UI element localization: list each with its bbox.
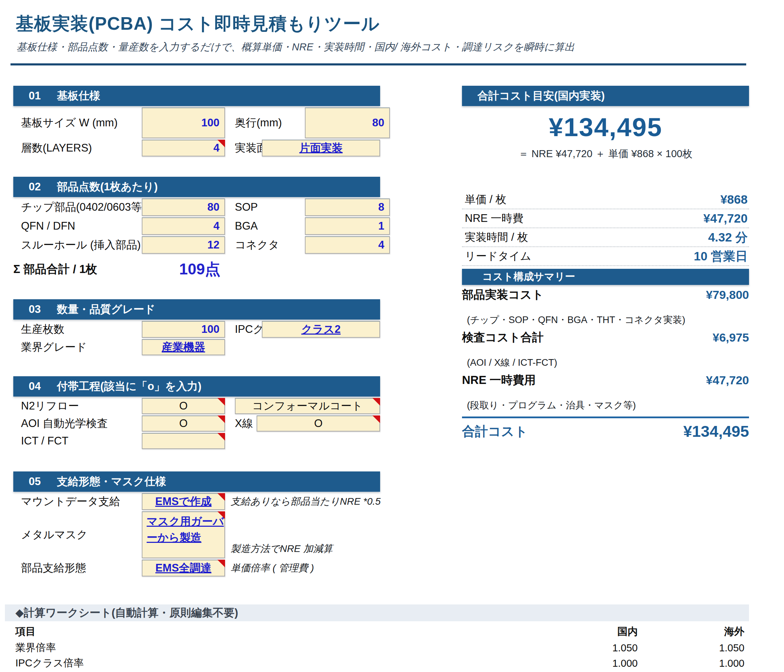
- cost-summary-header: コスト構成サマリー: [462, 269, 749, 285]
- qty-ipc-row: 生産枚数 100 IPCクラス クラス2: [13, 321, 380, 338]
- sop-count-input[interactable]: 8: [305, 198, 390, 216]
- lead-time-row: リードタイム 10 営業日: [462, 247, 749, 266]
- conformal-coat-input[interactable]: コンフォーマルコート: [235, 398, 380, 414]
- section-03-title: 数量・品質グレード: [57, 302, 155, 317]
- worksheet-col-domestic: 国内: [535, 625, 641, 639]
- comment-indicator: [217, 433, 225, 441]
- qfn-bga-row: QFN / DFN 4 BGA 1: [13, 217, 380, 235]
- parts-total-label: Σ 部品合計 / 1枚: [13, 261, 142, 277]
- inspection-cost-label: 検査コスト合計: [462, 330, 544, 345]
- key-metrics: 単価 / 枚 ¥868 NRE 一時費 ¥47,720 実装時間 / 枚 4.3…: [462, 190, 749, 266]
- section-03-header: 03 数量・品質グレード: [13, 299, 380, 320]
- layers-row: 層数(LAYERS) 4 実装面 片面実装: [13, 140, 380, 156]
- total-cost-value: ¥134,495: [462, 112, 749, 142]
- grand-total-label: 合計コスト: [462, 423, 528, 440]
- comment-indicator: [217, 511, 225, 519]
- xray-label: X線: [235, 415, 257, 432]
- board-width-label: 基板サイズ W (mm): [13, 107, 142, 138]
- tht-count-label: スルーホール (挿入部品): [13, 236, 142, 254]
- comment-indicator: [372, 398, 380, 406]
- comment-indicator: [217, 560, 225, 567]
- worksheet-row-industry: 業界倍率 1.050 1.050: [5, 640, 749, 656]
- ipc-class-label: IPCクラス: [235, 321, 262, 338]
- nre-fee-row: NRE 一時費 ¥47,720: [462, 209, 749, 228]
- ict-fct-input[interactable]: [142, 433, 225, 449]
- connector-count-label: コネクタ: [235, 236, 305, 254]
- lead-time-label: リードタイム: [465, 249, 531, 264]
- qfn-count-label: QFN / DFN: [13, 217, 142, 235]
- layers-label: 層数(LAYERS): [13, 140, 142, 156]
- industry-grade-label: 業界グレード: [13, 339, 142, 355]
- cost-formula: ＝ NRE ¥47,720 ＋ 単価 ¥868 × 100枚: [462, 147, 749, 161]
- industry-grade-select[interactable]: 産業機器: [142, 339, 225, 355]
- grand-total-divider: [462, 417, 749, 418]
- worksheet-column-headers: 項目 国内 海外: [5, 623, 749, 640]
- assembly-cost-value: ¥79,800: [706, 288, 749, 302]
- parts-supply-select[interactable]: EMS全調達: [142, 560, 225, 576]
- section-02-title: 部品点数(1枚あたり): [57, 180, 157, 194]
- parts-supply-note: 単価倍率 ( 管理費 ): [231, 560, 314, 576]
- assembly-time-value: 4.32 分: [708, 229, 748, 246]
- nre-fee-value: ¥47,720: [703, 212, 748, 226]
- tht-count-input[interactable]: 12: [142, 236, 225, 254]
- comment-indicator: [217, 398, 225, 406]
- inspection-cost-value: ¥6,975: [712, 331, 749, 344]
- mount-side-label: 実装面: [235, 140, 262, 156]
- chip-count-label: チップ部品(0402/0603等): [13, 198, 142, 216]
- metal-mask-row: メタルマスク マスク用ガーバーから製造 製造方法でNRE 加減算: [13, 511, 380, 558]
- nre-fee-label: NRE 一時費: [465, 211, 523, 226]
- section-01-header: 01 基板仕様: [13, 86, 380, 106]
- n2-reflow-input[interactable]: O: [142, 398, 225, 414]
- mount-side-select[interactable]: 片面実装: [262, 140, 380, 156]
- section-05-number: 05: [29, 475, 40, 488]
- aoi-label: AOI 自動光学検査: [13, 415, 142, 432]
- input-column: 01 基板仕様 基板サイズ W (mm) 100 奥行(mm) 80 層数(LA…: [13, 86, 380, 576]
- inspection-cost-row: 検査コスト合計 ¥6,975: [462, 328, 749, 347]
- nre-cost-value: ¥47,720: [706, 373, 749, 387]
- production-qty-label: 生産枚数: [13, 321, 142, 338]
- metal-mask-note: 製造方法でNRE 加減算: [231, 511, 333, 558]
- section-03-number: 03: [29, 303, 40, 316]
- bga-count-input[interactable]: 1: [305, 217, 390, 235]
- qfn-count-input[interactable]: 4: [142, 217, 225, 235]
- calc-worksheet: ◆計算ワークシート(自動計算・原則編集不要) 項目 国内 海外 業界倍率 1.0…: [5, 604, 749, 671]
- board-depth-label: 奥行(mm): [235, 107, 305, 138]
- nre-cost-note: (段取り・プログラム・治具・マスク等): [462, 399, 749, 412]
- section-02-header: 02 部品点数(1枚あたり): [13, 177, 380, 197]
- aoi-input[interactable]: O: [142, 415, 225, 432]
- layers-input[interactable]: 4: [142, 140, 225, 156]
- title-divider: [11, 63, 746, 65]
- page-subtitle: 基板仕様・部品点数・量産数を入力するだけで、概算単価・NRE・実装時間・国内/ …: [16, 40, 784, 54]
- assembly-time-label: 実装時間 / 枚: [465, 230, 528, 245]
- worksheet-col-item: 項目: [5, 625, 535, 639]
- section-05-title: 支給形態・マスク仕様: [57, 474, 166, 489]
- section-04-title: 付帯工程(該当に「o」を入力): [57, 379, 201, 394]
- assembly-cost-label: 部品実装コスト: [462, 287, 544, 303]
- parts-total-row: Σ 部品合計 / 1枚 109点: [13, 259, 380, 280]
- production-qty-input[interactable]: 100: [142, 321, 225, 338]
- parts-supply-label: 部品支給形態: [13, 560, 142, 576]
- n2-coat-row: N2リフロー O コンフォーマルコート: [13, 398, 380, 414]
- pcba-estimator-sheet: 基板実装(PCBA) コスト即時見積もりツール 基板仕様・部品点数・量産数を入力…: [0, 0, 784, 672]
- unit-price-label: 単価 / 枚: [465, 192, 506, 207]
- comment-indicator: [217, 140, 225, 147]
- ict-row: ICT / FCT: [13, 433, 380, 449]
- parts-supply-row: 部品支給形態 EMS全調達 単価倍率 ( 管理費 ): [13, 560, 380, 576]
- ipc-class-select[interactable]: クラス2: [262, 321, 380, 338]
- grand-total-row: 合計コスト ¥134,495: [462, 422, 749, 441]
- chip-count-input[interactable]: 80: [142, 198, 225, 216]
- board-width-input[interactable]: 100: [142, 107, 225, 138]
- comment-indicator: [372, 415, 380, 423]
- nre-cost-row: NRE 一時費用 ¥47,720: [462, 371, 749, 389]
- chip-sop-row: チップ部品(0402/0603等) 80 SOP 8: [13, 198, 380, 216]
- assembly-cost-note: (チップ・SOP・QFN・BGA・THT・コネクタ実装): [462, 314, 749, 326]
- worksheet-row-ipc: IPCクラス倍率 1.000 1.000: [5, 656, 749, 671]
- board-depth-input[interactable]: 80: [305, 107, 390, 138]
- mount-data-select[interactable]: EMSで作成: [142, 493, 225, 510]
- page-title: 基板実装(PCBA) コスト即時見積もりツール: [16, 12, 784, 36]
- metal-mask-select[interactable]: マスク用ガーバーから製造: [142, 511, 225, 558]
- mount-data-note: 支給ありなら部品当たりNRE *0.5: [231, 493, 381, 510]
- connector-count-input[interactable]: 4: [305, 236, 390, 254]
- lead-time-value: 10 営業日: [694, 248, 748, 264]
- xray-input[interactable]: O: [257, 415, 380, 432]
